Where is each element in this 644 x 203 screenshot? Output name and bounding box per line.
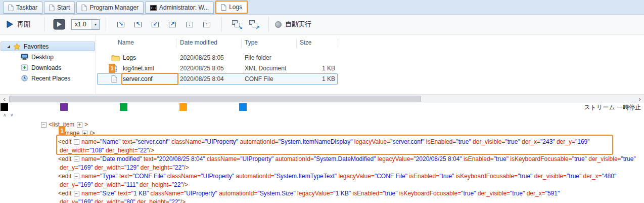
file-name: server.conf — [123, 75, 153, 83]
page-icon — [221, 4, 226, 11]
stream-status-label: ストリーム 一時停止 — [584, 103, 641, 112]
arrow-glyph: ↘ — [239, 25, 243, 30]
tab-start[interactable]: Start — [44, 2, 75, 14]
horizontal-scrollbar[interactable]: ‹ › — [0, 94, 644, 103]
tree-node-edit-size[interactable]: <edit − name="Size" text="1 KB" classNam… — [0, 189, 644, 198]
file-explorer: FavoritesDesktopDownloadsRecent Places N… — [0, 34, 644, 94]
column-divider[interactable] — [296, 38, 297, 48]
page-icon — [81, 5, 87, 11]
file-row-server-conf[interactable]: server.conf2020/08/25 8:04CONF File1 KB — [96, 74, 644, 84]
tab-administrator-w[interactable]: C:\Administrator: W... — [145, 2, 214, 14]
page-icon — [49, 5, 55, 11]
app-window: TaskbarStartProgram ManagerC:\Administra… — [0, 0, 644, 203]
ui-tree-panel: − <list_item + ><image + /><edit − name=… — [0, 119, 644, 203]
tab-label: Logs — [229, 4, 242, 11]
stream-marker-1[interactable] — [1, 103, 8, 111]
step-out-icon[interactable]: ↙ — [149, 18, 161, 30]
page-icon — [8, 5, 14, 11]
collapse-box-icon[interactable]: − — [74, 156, 79, 162]
sidebar-item-label: Recent Places — [31, 75, 70, 82]
stream-marker-3[interactable] — [120, 103, 127, 111]
column-header-date-modified[interactable]: Date modified — [180, 39, 217, 46]
step-down-icon[interactable]: ↓ — [183, 18, 196, 30]
tab-logs[interactable]: Logs — [215, 1, 248, 14]
scroll-right-button[interactable]: › — [635, 95, 644, 103]
arrow-glyph: ↘ — [118, 21, 123, 27]
file-date-modified: 2020/08/25 8:05 — [180, 65, 224, 72]
collapse-box-icon[interactable]: − — [74, 174, 79, 179]
file-list: NameDate modifiedTypeSize Logs2020/08/25… — [96, 34, 644, 94]
toolbar-separator — [106, 17, 106, 31]
tree-node-edit-name[interactable]: <edit − name="Name" text="server.conf" c… — [0, 138, 644, 146]
sidebar-item-label: Downloads — [31, 64, 61, 71]
tree-node-edit-date-modified[interactable]: <edit − name="Date modified" text="2020/… — [0, 155, 644, 164]
file-name: Logs — [123, 54, 136, 61]
step-into-icon[interactable]: ↘ — [115, 18, 127, 30]
scroll-down-button[interactable]: ∨ — [10, 112, 14, 117]
file-name: log4net.xml — [123, 65, 154, 72]
file-size: 1 KB — [296, 65, 335, 72]
stream-marker-2[interactable] — [60, 103, 68, 111]
column-divider[interactable] — [176, 38, 176, 48]
tree-node-continuation[interactable]: der_width="108" der_height="22"/> — [0, 146, 644, 155]
autorun-toggle[interactable]: 自動実行 — [275, 20, 311, 29]
arrow-glyph: ↗ — [256, 25, 260, 30]
sidebar-item-favorites[interactable]: Favorites — [1, 42, 95, 51]
toolbar-separator — [268, 17, 269, 31]
stream-bar: ストリーム 一時停止 — [0, 103, 644, 111]
file-row-logs[interactable]: Logs2020/08/25 8:05File folder — [96, 53, 644, 63]
toolbar-separator — [221, 17, 222, 31]
arrow-glyph: ↓ — [188, 21, 191, 27]
stream-marker-4[interactable] — [179, 103, 187, 111]
sidebar-item-desktop[interactable]: Desktop — [1, 52, 95, 62]
step-up-icon[interactable]: ↑ — [201, 18, 213, 30]
tree-node-continuation[interactable]: der_y="169" der_width="111" der_height="… — [0, 181, 644, 189]
tree-node-continuation[interactable]: der_y="169" der_width="80" der_height="2… — [0, 198, 644, 203]
tree-node-edit-type[interactable]: <edit − name="Type" text="CONF File" cla… — [0, 172, 644, 181]
sidebar-item-label: Desktop — [31, 54, 54, 61]
file-type: File folder — [245, 54, 271, 61]
scrollbar-thumb[interactable] — [9, 96, 421, 102]
speed-select[interactable]: x1.0▾ — [71, 19, 100, 30]
expand-box-icon[interactable]: + — [77, 122, 82, 128]
tab-taskbar[interactable]: Taskbar — [3, 2, 42, 14]
sidebar-item-recent-places[interactable]: Recent Places — [1, 73, 95, 83]
arrow-glyph: ↑ — [205, 21, 208, 27]
column-divider[interactable] — [241, 38, 242, 48]
svg-text:</>: </> — [112, 68, 117, 71]
resume-button[interactable]: 再開 — [6, 20, 30, 29]
restart-icon[interactable] — [53, 19, 65, 30]
recent-places-icon — [21, 75, 28, 82]
collapse-box-icon[interactable]: − — [41, 122, 47, 128]
stream-marker-5[interactable] — [239, 103, 247, 111]
column-header-name[interactable]: Name — [118, 39, 134, 46]
column-divider[interactable] — [338, 38, 338, 48]
column-header-type[interactable]: Type — [245, 39, 258, 46]
collapse-box-icon[interactable]: − — [74, 191, 79, 196]
jump-to-line-icon[interactable]: ↗ — [248, 18, 260, 30]
sidebar-item-label: Favorites — [24, 43, 49, 50]
file-date-modified: 2020/08/25 8:05 — [180, 54, 224, 61]
folder-icon — [111, 54, 120, 63]
tree-node-image[interactable]: <image + /> — [0, 129, 644, 138]
scroll-up-button[interactable]: ∧ — [3, 112, 7, 117]
sidebar-item-downloads[interactable]: Downloads — [1, 63, 95, 72]
tab-program-manager[interactable]: Program Manager — [76, 2, 144, 14]
tab-label: Program Manager — [89, 4, 139, 11]
expand-box-icon[interactable]: + — [82, 131, 87, 136]
file-row-log4net-xml[interactable]: </>log4net.xml2020/08/25 8:05XML Documen… — [96, 63, 644, 73]
desktop-icon — [21, 54, 28, 60]
scroll-left-button[interactable]: ‹ — [0, 95, 9, 103]
tree-node-continuation[interactable]: der_y="169" der_width="129" der_height="… — [0, 164, 644, 172]
chevron-down-icon[interactable]: ▾ — [91, 20, 99, 29]
step-over-icon[interactable]: ↗ — [166, 18, 178, 30]
expander-icon[interactable] — [7, 45, 10, 48]
column-header-size[interactable]: Size — [300, 39, 311, 46]
tree-node-list-item[interactable]: − <list_item + > — [0, 120, 644, 129]
step-back-icon[interactable]: ↖ — [132, 18, 144, 30]
autorun-label: 自動実行 — [285, 20, 311, 29]
collapse-box-icon[interactable]: − — [74, 139, 79, 145]
arrow-glyph: ↗ — [170, 21, 174, 27]
run-to-line-icon[interactable]: ↘ — [231, 18, 243, 30]
panel-scroll-controls: ∧ ∨ — [0, 111, 644, 119]
